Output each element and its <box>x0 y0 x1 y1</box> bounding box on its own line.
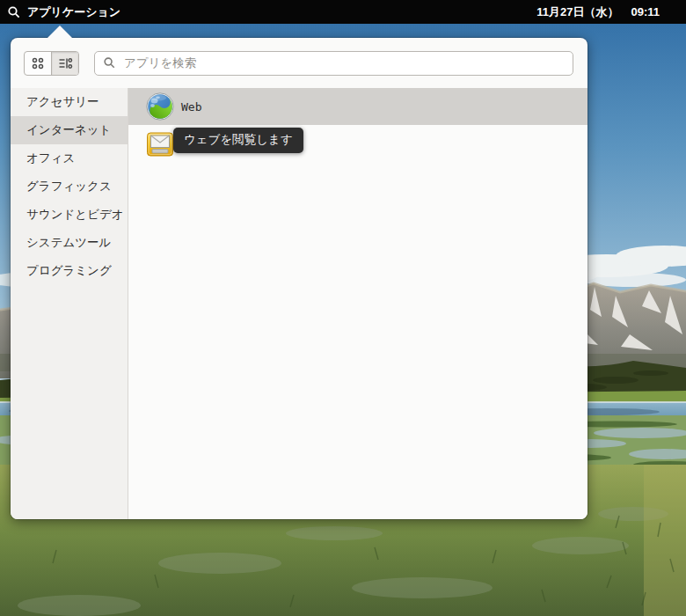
list-view-button[interactable] <box>51 52 78 75</box>
sidebar-item-accessories[interactable]: アクセサリー <box>11 88 128 116</box>
sidebar-item-internet[interactable]: インターネット <box>11 116 128 144</box>
list-view-icon <box>57 55 73 71</box>
popup-body: アクセサリー インターネット オフィス グラフィックス サウンドとビデオ システ… <box>11 88 587 519</box>
popup-header <box>11 38 587 88</box>
search-icon <box>103 56 116 70</box>
sidebar-item-graphics[interactable]: グラフィックス <box>11 172 128 201</box>
grid-view-button[interactable] <box>25 52 51 75</box>
sidebar-item-programming[interactable]: プログラミング <box>11 257 128 285</box>
app-tooltip: ウェブを閲覧します <box>173 128 303 153</box>
app-label-web: Web <box>181 100 201 114</box>
app-search-box <box>94 51 573 76</box>
popup-arrow <box>47 26 72 38</box>
sidebar-item-system-tools[interactable]: システムツール <box>11 229 128 257</box>
sidebar-item-sound-video[interactable]: サウンドとビデオ <box>11 201 128 229</box>
clock-date: 11月27日（水） <box>536 4 618 20</box>
globe-icon <box>146 92 174 121</box>
applications-menu-button[interactable]: アプリケーション <box>7 4 120 20</box>
sidebar-item-office[interactable]: オフィス <box>11 144 128 172</box>
applications-popup: アクセサリー インターネット オフィス グラフィックス サウンドとビデオ システ… <box>11 38 587 519</box>
topbar-clock[interactable]: 11月27日（水） 09:11 <box>536 4 660 20</box>
envelope-icon <box>146 130 174 158</box>
app-row-web[interactable]: Web <box>128 88 587 125</box>
search-icon <box>7 5 21 19</box>
applications-menu-label: アプリケーション <box>27 4 120 20</box>
view-toggle-group <box>24 51 79 76</box>
category-sidebar: アクセサリー インターネット オフィス グラフィックス サウンドとビデオ システ… <box>11 88 128 519</box>
desktop: アプリケーション 11月27日（水） 09:11 <box>0 0 686 616</box>
app-search-input[interactable] <box>122 55 565 70</box>
app-list: Web <box>128 88 587 519</box>
top-bar: アプリケーション 11月27日（水） 09:11 <box>0 0 686 24</box>
grid-view-icon <box>30 55 46 71</box>
clock-time: 09:11 <box>631 5 660 18</box>
